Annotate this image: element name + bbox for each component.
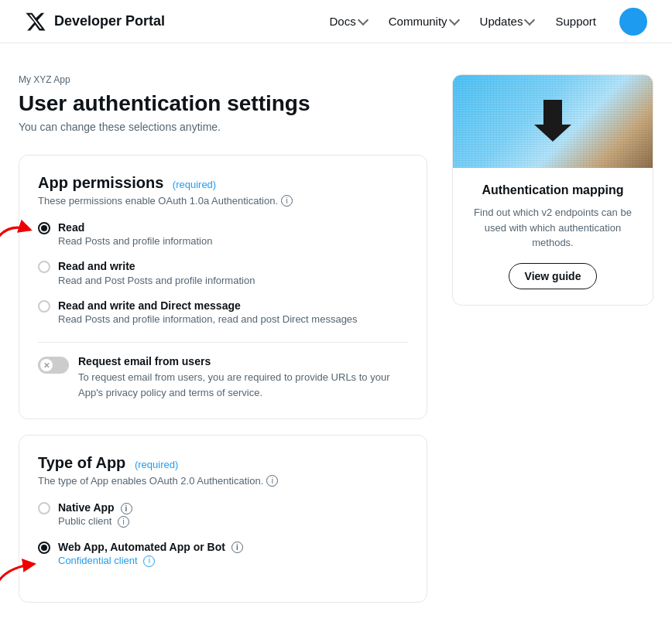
sidebar-card-body: Authentication mapping Find out which v2… <box>453 168 653 305</box>
page-subtitle: You can change these selections anytime. <box>19 121 427 133</box>
type-of-app-required: (required) <box>135 459 178 470</box>
download-icon <box>528 97 578 146</box>
read-write-label: Read and write <box>58 259 255 273</box>
navbar-links: Docs Community Updates Support <box>322 8 647 36</box>
confidential-client-info-icon[interactable]: i <box>143 555 155 567</box>
native-app-info-icon[interactable]: i <box>121 503 132 514</box>
email-toggle[interactable]: ✕ <box>38 357 69 374</box>
nav-community[interactable]: Community <box>381 10 466 32</box>
updates-chevron-icon <box>524 15 535 26</box>
native-app-radio[interactable] <box>38 502 50 514</box>
read-write-sublabel: Read and Post Posts and profile informat… <box>58 274 255 288</box>
user-avatar[interactable] <box>619 8 647 36</box>
sidebar: Authentication mapping Find out which v2… <box>452 43 653 618</box>
type-radio-group: Native App i Public client i <box>38 501 408 568</box>
email-toggle-desc: To request email from users, you are req… <box>78 370 408 400</box>
read-write-label-group: Read and write Read and Post Posts and p… <box>58 259 255 287</box>
community-chevron-icon <box>449 15 460 26</box>
app-permissions-card: App permissions (required) These permiss… <box>19 155 427 419</box>
main-content: My XYZ App User authentication settings … <box>19 43 427 618</box>
read-write-dm-label: Read and write and Direct message <box>58 299 358 313</box>
read-write-dm-sublabel: Read Posts and profile information, read… <box>58 313 358 326</box>
read-label: Read <box>58 220 212 234</box>
nav-support[interactable]: Support <box>547 10 604 32</box>
sidebar-card-image <box>453 75 653 168</box>
red-arrow-permissions <box>0 214 38 245</box>
app-permissions-desc: These permissions enable OAuth 1.0a Auth… <box>38 195 408 207</box>
read-write-radio[interactable] <box>38 261 50 273</box>
read-write-dm-radio[interactable] <box>38 300 50 313</box>
docs-chevron-icon <box>358 15 369 26</box>
nav-updates[interactable]: Updates <box>472 10 542 32</box>
email-toggle-row: ✕ Request email from users To request em… <box>38 342 408 400</box>
webapp-radio[interactable] <box>38 542 50 554</box>
native-app-sublabel: Public client i <box>58 514 132 528</box>
svg-rect-0 <box>543 100 562 125</box>
read-sublabel: Read Posts and profile information <box>58 234 212 248</box>
webapp-option-wrapper: Web App, Automated App or Bot i Confiden… <box>38 540 408 568</box>
native-app-label-group: Native App i Public client i <box>58 501 132 528</box>
view-guide-button[interactable]: View guide <box>509 263 598 289</box>
webapp-label: Web App, Automated App or Bot i <box>58 540 243 554</box>
svg-marker-1 <box>534 125 571 142</box>
read-write-option[interactable]: Read and write Read and Post Posts and p… <box>38 259 408 287</box>
read-option-wrapper: Read Read Posts and profile information <box>38 220 408 248</box>
navbar: Developer Portal Docs Community Updates … <box>0 0 672 43</box>
sidebar-card-title: Authentication mapping <box>468 183 637 197</box>
navbar-logo: Developer Portal <box>25 11 165 32</box>
type-of-app-desc: The type of App enables OAuth 2.0 Authen… <box>38 475 408 487</box>
type-of-app-info-icon[interactable]: i <box>266 475 278 487</box>
page-layout: My XYZ App User authentication settings … <box>0 43 672 618</box>
sidebar-auth-card: Authentication mapping Find out which v2… <box>452 74 653 306</box>
webapp-sublabel: Confidential client i <box>58 554 243 568</box>
app-permissions-title: App permissions (required) <box>38 174 408 192</box>
page-title: User authentication settings <box>19 91 427 116</box>
type-of-app-title: Type of App (required) <box>38 454 408 472</box>
public-client-info-icon[interactable]: i <box>118 516 129 528</box>
read-label-group: Read Read Posts and profile information <box>58 220 212 248</box>
red-arrow-webapp <box>0 548 42 591</box>
nav-docs[interactable]: Docs <box>322 10 375 32</box>
app-permissions-required: (required) <box>173 179 216 190</box>
webapp-info-icon[interactable]: i <box>231 542 243 553</box>
x-logo-icon <box>25 11 46 32</box>
navbar-brand-title: Developer Portal <box>54 13 165 29</box>
native-app-label: Native App i <box>58 501 132 514</box>
read-radio[interactable] <box>38 222 50 234</box>
breadcrumb: My XYZ App <box>19 74 427 85</box>
webapp-label-group: Web App, Automated App or Bot i Confiden… <box>58 540 243 568</box>
read-write-dm-label-group: Read and write and Direct message Read P… <box>58 299 358 326</box>
webapp-option[interactable]: Web App, Automated App or Bot i Confiden… <box>38 540 408 568</box>
toggle-x-icon: ✕ <box>43 361 50 370</box>
toggle-label-group: Request email from users To request emai… <box>78 355 408 400</box>
native-app-option[interactable]: Native App i Public client i <box>38 501 408 528</box>
toggle-knob: ✕ <box>40 359 53 371</box>
type-of-app-card: Type of App (required) The type of App e… <box>19 435 427 603</box>
app-permissions-info-icon[interactable]: i <box>281 195 293 207</box>
email-toggle-label: Request email from users <box>78 355 408 367</box>
permissions-radio-group: Read Read Posts and profile information … <box>38 220 408 326</box>
read-write-dm-option[interactable]: Read and write and Direct message Read P… <box>38 299 408 326</box>
sidebar-card-desc: Find out which v2 endpoints can be used … <box>468 205 637 251</box>
read-option[interactable]: Read Read Posts and profile information <box>38 220 408 248</box>
